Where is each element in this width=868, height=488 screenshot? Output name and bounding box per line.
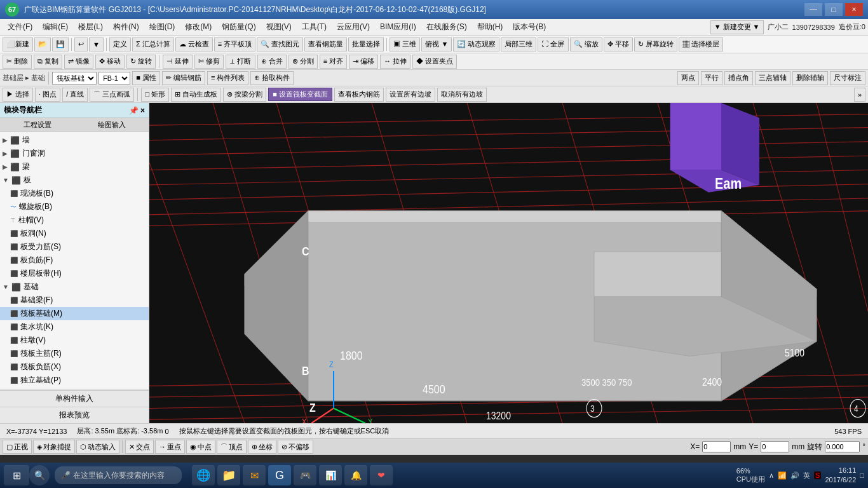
menu-floor[interactable]: 楼层(L): [73, 20, 108, 34]
line-mode-btn[interactable]: / 直线: [62, 88, 88, 102]
pan-btn[interactable]: ✥ 平移: [604, 37, 633, 51]
set-all-slope-btn[interactable]: 设置所有边坡: [386, 88, 435, 102]
taskbar-search[interactable]: 🎤 在这里输入你要搜索的内容: [55, 466, 182, 484]
cancel-all-slope-btn[interactable]: 取消所有边坡: [437, 88, 487, 102]
no-move-btn[interactable]: ⊘ 不偏移: [278, 440, 313, 454]
report-preview-btn[interactable]: 报表预览: [0, 407, 149, 423]
delete-axis-btn[interactable]: 删除辅轴: [792, 71, 828, 85]
notification-area[interactable]: □: [860, 471, 864, 479]
arc-mode-btn[interactable]: ⌒ 三点画弧: [90, 88, 134, 102]
properties-btn[interactable]: ■ 属性: [132, 71, 160, 85]
three-point-axis-btn[interactable]: 三点辅轴: [755, 71, 790, 85]
menu-tools[interactable]: 工具(T): [297, 20, 332, 34]
menu-file[interactable]: 文件(F): [3, 20, 37, 34]
menu-edit[interactable]: 编辑(E): [37, 20, 73, 34]
tree-item-foundation-beam[interactable]: ⬛ 基础梁(F): [0, 294, 149, 307]
tree-item-hole[interactable]: ⬛ 板洞(N): [0, 227, 149, 240]
ortho-btn[interactable]: ▢ 正视: [3, 440, 32, 454]
minimize-button[interactable]: —: [804, 3, 822, 16]
systray-expand[interactable]: ∧: [769, 471, 774, 480]
set-grip-btn[interactable]: ◆ 设置夹点: [412, 55, 457, 69]
component-name-select[interactable]: FB-1: [98, 72, 130, 85]
view-slab-rebar-btn[interactable]: 查看板内钢筋: [334, 88, 384, 102]
single-component-btn[interactable]: 单构件输入: [0, 390, 149, 407]
edit-rebar-btn[interactable]: ✏ 编辑钢筋: [162, 71, 205, 85]
top-btn[interactable]: ⌒ 顶点: [217, 440, 247, 454]
component-type-select[interactable]: 筏板基础: [52, 72, 97, 85]
y-input[interactable]: [761, 441, 789, 452]
move-btn[interactable]: ✥ 移动: [95, 55, 125, 69]
taskbar-app-7[interactable]: 🔔: [344, 465, 367, 485]
tree-item-cap[interactable]: ⊤ 柱帽(V): [0, 214, 149, 227]
cortana-button[interactable]: 🔍: [29, 465, 50, 485]
stretch-btn[interactable]: ↔ 拉伸: [380, 55, 410, 69]
tree-item-raft-neg-rebar[interactable]: ⬛ 筏板负筋(X): [0, 360, 149, 374]
menu-bim[interactable]: BIM应用(I): [375, 20, 421, 34]
maximize-button[interactable]: □: [825, 3, 843, 16]
tree-item-wall[interactable]: ▶ ⬛ 墙: [0, 133, 149, 147]
rotate-btn[interactable]: ↻ 旋转: [126, 55, 156, 69]
level-btn[interactable]: ≡ 齐平板顶: [214, 37, 255, 51]
menu-draw[interactable]: 绘图(D): [144, 20, 180, 34]
sidebar-tab-settings[interactable]: 工程设置: [0, 118, 74, 132]
sum-btn[interactable]: Σ 汇总计算: [132, 37, 174, 51]
mirror-btn[interactable]: ⇌ 镜像: [64, 55, 93, 69]
rotate-input[interactable]: [825, 441, 860, 452]
menu-online[interactable]: 在线服务(S): [421, 20, 472, 34]
select-mode-btn[interactable]: ▶ 选择: [3, 88, 33, 102]
dynamic-view-btn[interactable]: 🔄 动态观察: [453, 37, 499, 51]
tree-item-force-rebar[interactable]: ⬛ 板受力筋(S): [0, 240, 149, 254]
tree-item-slab[interactable]: ▼ ⬛ 板: [0, 173, 149, 187]
x-input[interactable]: [702, 441, 731, 452]
taskbar-app-8[interactable]: ❤: [370, 465, 393, 485]
tree-item-raft[interactable]: ⬛ 筏板基础(M): [0, 307, 149, 320]
3d-btn[interactable]: ▣ 三维: [390, 37, 420, 51]
tree-item-column-ped[interactable]: ⬛ 柱墩(V): [0, 334, 149, 347]
copy-btn[interactable]: ⧉ 复制: [34, 55, 62, 69]
delete-btn[interactable]: ✂ 删除: [3, 55, 32, 69]
tree-item-neg-rebar[interactable]: ⬛ 板负筋(F): [0, 254, 149, 267]
align-btn[interactable]: ≡ 对齐: [320, 55, 347, 69]
save-btn[interactable]: 💾: [52, 37, 69, 51]
dim-mark-btn[interactable]: 尺寸标注: [830, 71, 865, 85]
define-btn[interactable]: 定义: [109, 37, 131, 51]
top-view-btn[interactable]: 俯视 ▼: [421, 37, 452, 51]
cross-btn[interactable]: ✕ 交点: [125, 440, 154, 454]
menu-version[interactable]: 版本号(B): [508, 20, 551, 34]
menu-modify[interactable]: 修改(M): [180, 20, 217, 34]
cloud-check-btn[interactable]: ☁ 云检查: [175, 37, 213, 51]
system-clock[interactable]: 16:11 2017/6/22: [825, 466, 856, 485]
tree-item-door[interactable]: ▶ ⬛ 门窗洞: [0, 147, 149, 160]
start-button[interactable]: ⊞: [4, 465, 29, 485]
taskbar-app-mail[interactable]: ✉: [243, 465, 266, 485]
systray-ime[interactable]: 英: [803, 471, 810, 480]
select-floor-btn[interactable]: ▦ 选择楼层: [679, 37, 723, 51]
menu-help[interactable]: 帮助(H): [472, 20, 508, 34]
taskbar-app-browser[interactable]: 🌐: [192, 465, 215, 485]
offset-btn[interactable]: ⇥ 偏移: [349, 55, 378, 69]
component-list-btn[interactable]: ≡ 构件列表: [207, 71, 248, 85]
expand-btn[interactable]: »: [854, 88, 865, 102]
screen-rotate-btn[interactable]: ↻ 屏幕旋转: [634, 37, 677, 51]
menu-rebar[interactable]: 钢筋量(Q): [217, 20, 261, 34]
viewport-svg[interactable]: 1800 4500 13200 3500 350 750 2400 5100 C…: [149, 103, 868, 423]
trim-btn[interactable]: ✄ 修剪: [194, 55, 224, 69]
local-3d-btn[interactable]: 局部三维: [501, 37, 536, 51]
pick-component-btn[interactable]: ⊕ 拾取构件: [250, 71, 294, 85]
fullscreen-btn[interactable]: ⛶ 全屏: [538, 37, 568, 51]
sidebar-tab-draw[interactable]: 绘图输入: [74, 118, 149, 132]
rect-mode-btn[interactable]: □ 矩形: [141, 88, 169, 102]
new-version-btn[interactable]: ▼ 新建变更 ▼: [710, 20, 764, 34]
split-by-beam-btn[interactable]: ⊗ 按梁分割: [223, 88, 266, 102]
undo-btn[interactable]: ↩: [74, 37, 88, 51]
merge-btn[interactable]: ⊕ 合并: [257, 55, 287, 69]
two-point-btn[interactable]: 两点: [677, 71, 699, 85]
tree-item-cast-slab[interactable]: ⬛ 现浇板(B): [0, 187, 149, 200]
tree-item-isolated-found[interactable]: ⬛ 独立基础(P): [0, 374, 149, 387]
extend-btn[interactable]: ⊣ 延伸: [163, 55, 193, 69]
tree-item-pit[interactable]: ⬛ 集水坑(K): [0, 320, 149, 334]
parallel-btn[interactable]: 平行: [701, 71, 722, 85]
taskbar-app-5[interactable]: 🎮: [294, 465, 316, 485]
auto-slab-btn[interactable]: ⊞ 自动生成板: [171, 88, 221, 102]
close-button[interactable]: ×: [845, 3, 863, 16]
